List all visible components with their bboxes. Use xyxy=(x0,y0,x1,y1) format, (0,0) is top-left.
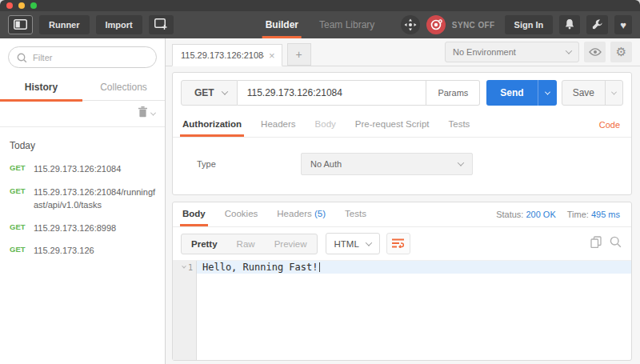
send-options-chevron[interactable] xyxy=(538,80,557,106)
import-button[interactable]: Import xyxy=(96,15,142,34)
environment-settings-button[interactable]: ⚙ xyxy=(610,42,632,62)
maximize-window-button[interactable] xyxy=(30,2,37,9)
tab-response-body[interactable]: Body xyxy=(182,202,206,226)
code-link[interactable]: Code xyxy=(599,120,623,130)
runner-label: Runner xyxy=(49,20,80,30)
tab-authorization[interactable]: Authorization xyxy=(182,113,242,137)
save-button[interactable]: Save xyxy=(562,80,623,106)
tab-response-tests[interactable]: Tests xyxy=(345,202,366,226)
filter-input[interactable] xyxy=(8,46,157,68)
close-window-button[interactable] xyxy=(6,2,13,9)
request-tab[interactable]: 115.29.173.126:21084 × xyxy=(172,44,282,66)
authorization-panel: Type No Auth xyxy=(173,138,631,194)
method-value: GET xyxy=(194,87,214,98)
minimize-window-button[interactable] xyxy=(18,2,25,9)
titlebar xyxy=(0,0,640,11)
history-item[interactable]: GET 115.29.173.126 xyxy=(0,239,165,262)
collections-label: Collections xyxy=(100,82,147,93)
heart-icon: ♥ xyxy=(620,19,626,31)
history-label: History xyxy=(25,82,58,93)
chevron-down-icon xyxy=(458,159,464,166)
capture-requests-icon[interactable] xyxy=(401,15,420,34)
response-body-editor[interactable]: 1 Hello, Running Fast! xyxy=(173,260,631,360)
send-button[interactable]: Send xyxy=(486,80,556,106)
history-item[interactable]: GET 115.29.173.126:8998 xyxy=(0,217,165,240)
environment-value: No Environment xyxy=(453,47,516,57)
new-window-button[interactable] xyxy=(149,15,174,34)
code-area[interactable]: Hello, Running Fast! xyxy=(197,261,631,360)
toggle-sidebar-button[interactable] xyxy=(8,15,33,34)
tab-headers[interactable]: Headers xyxy=(261,113,295,137)
tab-tests[interactable]: Tests xyxy=(448,113,470,137)
tab-collections[interactable]: Collections xyxy=(82,76,165,100)
app-window: Runner Import Builder Team Library SYNC … xyxy=(0,0,640,364)
gear-icon: ⚙ xyxy=(616,45,626,59)
history-url: 115.29.173.126:21084 xyxy=(34,162,121,176)
tab-history[interactable]: History xyxy=(0,76,82,100)
trash-icon[interactable] xyxy=(138,106,148,121)
view-pretty[interactable]: Pretty xyxy=(182,234,227,254)
builder-cards: GET Params Send Save xyxy=(166,66,640,364)
request-card: GET Params Send Save xyxy=(172,72,632,195)
chevron-down-icon xyxy=(221,88,227,94)
url-input[interactable] xyxy=(238,80,427,106)
filter-wrap xyxy=(8,46,157,68)
eye-icon xyxy=(589,45,602,59)
search-response-icon[interactable] xyxy=(610,236,622,251)
sidebar-toggle-icon xyxy=(14,19,27,31)
editor-gutter: 1 xyxy=(173,261,197,360)
sync-status-icon[interactable] xyxy=(426,15,446,34)
environment-select[interactable]: No Environment xyxy=(445,42,579,62)
notifications-button[interactable] xyxy=(559,15,580,34)
team-library-label: Team Library xyxy=(319,19,374,30)
tab-body[interactable]: Body xyxy=(315,113,336,137)
save-options-chevron[interactable] xyxy=(605,81,622,105)
sidebar-tabs: History Collections xyxy=(0,76,165,101)
search-icon xyxy=(17,52,27,66)
auth-type-select[interactable]: No Auth xyxy=(301,153,473,175)
pretty-label: Pretty xyxy=(191,239,218,249)
builder-label: Builder xyxy=(266,19,298,30)
response-body-label: Body xyxy=(182,209,206,218)
gutter-line[interactable]: 1 xyxy=(173,261,196,274)
main-panel: 115.29.173.126:21084 × + No Environment xyxy=(166,38,640,364)
raw-label: Raw xyxy=(237,239,255,249)
tab-pre-request-script[interactable]: Pre-request Script xyxy=(355,113,430,137)
preview-label: Preview xyxy=(274,239,307,249)
trash-menu-chevron-icon[interactable] xyxy=(150,110,156,115)
close-icon[interactable]: × xyxy=(269,50,275,62)
view-preview[interactable]: Preview xyxy=(265,234,317,254)
headers-label: Headers xyxy=(261,119,295,129)
copy-icon[interactable] xyxy=(590,236,602,251)
method-badge: GET xyxy=(10,186,34,212)
history-item[interactable]: GET 115.29.173.126:21084/runningfast/api… xyxy=(0,181,165,217)
status-value: 200 OK xyxy=(526,210,555,219)
main-nav: Builder Team Library xyxy=(266,11,375,38)
sign-in-button[interactable]: Sign In xyxy=(505,15,554,34)
view-raw[interactable]: Raw xyxy=(227,234,265,254)
tab-builder[interactable]: Builder xyxy=(266,11,298,38)
format-value: HTML xyxy=(334,239,359,249)
tab-response-headers[interactable]: Headers (5) xyxy=(277,202,326,226)
favorites-button[interactable]: ♥ xyxy=(614,15,632,34)
response-card: Body Cookies Headers (5) Tests Status: 2… xyxy=(172,202,632,361)
text-cursor xyxy=(319,262,320,272)
new-window-icon xyxy=(154,18,168,32)
format-select[interactable]: HTML xyxy=(326,233,380,254)
fold-icon[interactable] xyxy=(182,264,186,269)
new-tab-button[interactable]: + xyxy=(287,43,311,66)
tab-cookies[interactable]: Cookies xyxy=(225,202,258,226)
tab-team-library[interactable]: Team Library xyxy=(319,11,374,38)
wrap-text-button[interactable] xyxy=(386,233,410,254)
params-button[interactable]: Params xyxy=(426,80,480,106)
history-url: 115.29.173.126 xyxy=(34,244,94,258)
history-item[interactable]: GET 115.29.173.126:21084 xyxy=(0,158,165,181)
settings-wrench-button[interactable] xyxy=(586,15,608,34)
code-line[interactable]: Hello, Running Fast! xyxy=(197,261,631,274)
response-meta: Status: 200 OK Time: 495 ms xyxy=(496,210,623,219)
request-tab-title: 115.29.173.126:21084 xyxy=(181,50,264,60)
response-toolbar: Pretty Raw Preview HTML xyxy=(173,227,631,260)
method-select[interactable]: GET xyxy=(181,80,238,106)
environment-preview-button[interactable] xyxy=(584,42,606,62)
runner-button[interactable]: Runner xyxy=(39,15,90,34)
